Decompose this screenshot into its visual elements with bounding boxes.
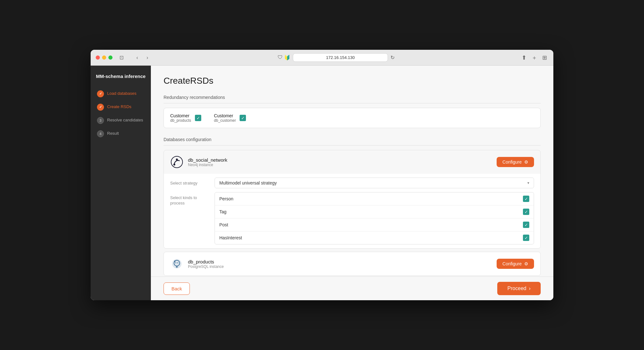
redundancy-text-1: Customer db_customer bbox=[214, 113, 236, 123]
back-button[interactable]: Back bbox=[164, 282, 190, 295]
grid-view-icon[interactable]: ⊞ bbox=[541, 53, 548, 62]
kind-hasinterest-checkbox[interactable]: ✓ bbox=[523, 235, 529, 241]
maximize-window-button[interactable] bbox=[108, 55, 113, 60]
svg-point-2 bbox=[176, 159, 178, 160]
kind-post-checkbox[interactable]: ✓ bbox=[523, 222, 529, 228]
redundancy-section: Redundancy recommendations Customer db_p… bbox=[164, 95, 541, 128]
strategy-value: Multimodel universal strategy bbox=[219, 180, 277, 185]
db-social-network-name: db_social_network bbox=[188, 157, 492, 163]
title-bar: ⊡ ‹ › 🛡 🔰 172.16.154.130 ↻ ⬆ ＋ ⊞ bbox=[91, 50, 553, 66]
db-products-type: PostgreSQL instance bbox=[188, 264, 492, 269]
strategy-select[interactable]: Multimodel universal strategy ▾ bbox=[215, 178, 534, 188]
db-products-header: db_products PostgreSQL instance Configur… bbox=[164, 252, 540, 275]
db-social-network-header: db_social_network Neo4j instance Configu… bbox=[164, 150, 540, 174]
kind-tag-label: Tag bbox=[219, 209, 227, 214]
step-1-indicator: ✓ bbox=[97, 90, 104, 97]
address-bar-container: 🛡 🔰 172.16.154.130 ↻ bbox=[156, 53, 517, 62]
window-toggle-button[interactable]: ⊡ bbox=[116, 54, 126, 61]
proceed-label: Proceed bbox=[507, 286, 526, 291]
configure-products-label: Configure bbox=[502, 261, 522, 266]
proceed-button[interactable]: Proceed › bbox=[497, 282, 541, 295]
nav-controls: ‹ › bbox=[133, 53, 152, 62]
gear-icon-products: ⚙ bbox=[524, 261, 528, 266]
sidebar-item-label-resolve-candidates: Resolve candidates bbox=[107, 118, 143, 123]
share-icon[interactable]: ⬆ bbox=[520, 53, 528, 62]
redundancy-checkbox-0[interactable]: ✓ bbox=[195, 115, 201, 121]
toolbar-right: ⬆ ＋ ⊞ bbox=[520, 53, 548, 63]
refresh-button[interactable]: ↻ bbox=[390, 55, 395, 61]
databases-config-section: Databases configuration bbox=[164, 137, 541, 298]
redundancy-text-0: Customer db_products bbox=[170, 113, 191, 123]
configure-social-network-button[interactable]: Configure ⚙ bbox=[497, 157, 534, 167]
kind-person-label: Person bbox=[219, 196, 233, 201]
back-nav-button[interactable]: ‹ bbox=[133, 53, 142, 62]
redundancy-divider bbox=[164, 103, 541, 103]
proceed-arrow-icon: › bbox=[529, 286, 531, 291]
new-tab-icon[interactable]: ＋ bbox=[530, 53, 538, 63]
postgresql-icon bbox=[170, 257, 184, 270]
redundancy-db-0: db_products bbox=[170, 118, 191, 123]
kind-item-hasinterest: HasInterest ✓ bbox=[215, 231, 534, 244]
step-2-indicator: ✓ bbox=[97, 104, 104, 111]
kind-item-person: Person ✓ bbox=[215, 192, 534, 205]
page-title: CreateRSDs bbox=[164, 76, 541, 86]
close-window-button[interactable] bbox=[96, 55, 100, 60]
content-area: CreateRSDs Redundancy recommendations Cu… bbox=[151, 66, 553, 300]
kind-hasinterest-label: HasInterest bbox=[219, 235, 242, 240]
step-3-indicator: 3 bbox=[97, 117, 104, 124]
svg-point-0 bbox=[171, 156, 183, 168]
configure-social-network-label: Configure bbox=[502, 159, 522, 165]
db-item-social-network: db_social_network Neo4j instance Configu… bbox=[164, 150, 541, 249]
sidebar-title: MM-schema inference bbox=[91, 73, 151, 87]
redundancy-name-0: Customer bbox=[170, 113, 191, 118]
strategy-label: Select strategy bbox=[170, 181, 208, 185]
redundancy-item-1: Customer db_customer ✓ bbox=[214, 113, 246, 123]
redundancy-section-title: Redundancy recommendations bbox=[164, 95, 541, 100]
forward-nav-button[interactable]: › bbox=[143, 53, 152, 62]
sidebar-item-label-result: Result bbox=[107, 131, 119, 136]
kind-person-checkbox[interactable]: ✓ bbox=[523, 196, 529, 202]
gear-icon: ⚙ bbox=[524, 159, 528, 165]
sidebar-item-resolve-candidates[interactable]: 3 Resolve candidates bbox=[91, 114, 151, 127]
databases-config-title: Databases configuration bbox=[164, 137, 541, 142]
security-icons: 🛡 🔰 bbox=[278, 55, 290, 61]
kinds-list: Person ✓ Tag ✓ Post ✓ bbox=[215, 192, 534, 244]
kind-tag-checkbox[interactable]: ✓ bbox=[523, 209, 529, 215]
sidebar-item-label-load-databases: Load databases bbox=[107, 91, 137, 96]
redundancy-box: Customer db_products ✓ Customer db_custo… bbox=[164, 108, 541, 128]
minimize-window-button[interactable] bbox=[102, 55, 106, 60]
shield-check-icon: 🔰 bbox=[284, 55, 290, 61]
sidebar-item-result[interactable]: 4 Result bbox=[91, 127, 151, 140]
main-layout: MM-schema inference ✓ Load databases ✓ C… bbox=[91, 66, 553, 300]
db-products-name: db_products bbox=[188, 259, 492, 264]
sidebar-item-label-create-rsds: Create RSDs bbox=[107, 104, 132, 110]
svg-point-1 bbox=[173, 164, 175, 165]
neo4j-icon bbox=[170, 155, 184, 169]
bottom-bar: Back Proceed › bbox=[151, 276, 553, 300]
redundancy-db-1: db_customer bbox=[214, 118, 236, 123]
sidebar: MM-schema inference ✓ Load databases ✓ C… bbox=[91, 66, 151, 300]
shield-half-icon: 🛡 bbox=[278, 55, 283, 61]
db-social-network-info: db_social_network Neo4j instance bbox=[188, 157, 492, 167]
kind-item-tag: Tag ✓ bbox=[215, 205, 534, 218]
redundancy-name-1: Customer bbox=[214, 113, 236, 118]
databases-config-divider bbox=[164, 145, 541, 146]
kind-item-post: Post ✓ bbox=[215, 218, 534, 231]
address-bar[interactable]: 172.16.154.130 bbox=[293, 53, 388, 62]
sidebar-item-create-rsds[interactable]: ✓ Create RSDs bbox=[91, 100, 151, 114]
kinds-row: Select kinds to process Person ✓ Tag ✓ bbox=[164, 192, 540, 248]
redundancy-checkbox-1[interactable]: ✓ bbox=[240, 115, 246, 121]
traffic-lights bbox=[96, 55, 113, 60]
db-products-info: db_products PostgreSQL instance bbox=[188, 259, 492, 269]
redundancy-item-0: Customer db_products ✓ bbox=[170, 113, 201, 123]
sidebar-item-load-databases[interactable]: ✓ Load databases bbox=[91, 87, 151, 100]
svg-point-6 bbox=[177, 262, 178, 263]
kinds-label: Select kinds to process bbox=[170, 192, 208, 206]
svg-point-5 bbox=[176, 262, 177, 263]
kind-post-label: Post bbox=[219, 222, 228, 227]
db-social-network-type: Neo4j instance bbox=[188, 163, 492, 167]
db-item-products: db_products PostgreSQL instance Configur… bbox=[164, 252, 541, 276]
strategy-row: Select strategy Multimodel universal str… bbox=[164, 174, 540, 192]
chevron-down-icon: ▾ bbox=[527, 181, 529, 185]
configure-products-button[interactable]: Configure ⚙ bbox=[497, 259, 534, 269]
